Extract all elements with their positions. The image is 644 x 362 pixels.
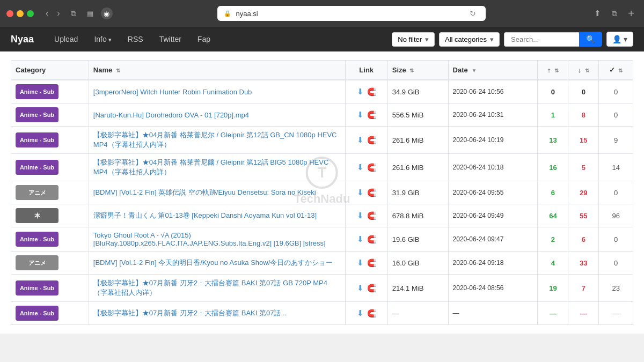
torrent-name-link[interactable]: 【极影字幕社】★07月新番 刃牙2：大擂台赛篇 BAKI 第07話... (93, 309, 287, 317)
col-leechers[interactable]: ↓ ⇅ (568, 61, 599, 80)
magnet-icon[interactable]: 🧲 (367, 309, 376, 317)
forward-button[interactable]: › (54, 8, 63, 19)
name-cell: [BDMV] [Vol.1-2 Fin] 英雄伝説 空の軌跡/Eiyuu Den… (89, 181, 345, 204)
download-icon[interactable]: ⬇ (357, 110, 364, 120)
traffic-lights (6, 10, 34, 17)
category-cell: Anime - Sub (11, 227, 89, 252)
magnet-icon[interactable]: 🧲 (367, 188, 376, 197)
fullscreen-button[interactable] (27, 10, 34, 17)
table-body: Anime - Sub [3mperorNero] Witch Hunter R… (11, 80, 633, 325)
brand-logo[interactable]: Nyaa (11, 34, 34, 45)
seeders-cell: 19 (538, 275, 568, 302)
size-sort-icon: ⇅ (409, 68, 414, 73)
name-cell: 【极影字幕社】★04月新番 格莱普尼爾 / Gleipnir 第12話 BIG5… (89, 154, 345, 181)
magnet-icon[interactable]: 🧲 (367, 284, 376, 292)
nav-twitter[interactable]: Twitter (152, 31, 189, 48)
date-cell: 2020-06-24 09:18 (448, 252, 538, 275)
rss-icon[interactable]: ▦ (84, 9, 97, 19)
search-input[interactable] (504, 32, 579, 47)
date-cell: — (448, 302, 538, 325)
download-icon[interactable]: ⬇ (357, 234, 364, 244)
back-button[interactable]: ‹ (42, 8, 52, 19)
size-cell: 261.6 MiB (387, 154, 448, 181)
seeders-cell: 2 (538, 227, 568, 252)
col-date[interactable]: Date ▼ (448, 61, 538, 80)
leechers-cell: 5 (568, 154, 599, 181)
magnet-icon[interactable]: 🧲 (367, 110, 376, 119)
magnet-icon[interactable]: 🧲 (367, 211, 376, 220)
link-cell: ⬇ 🧲 (345, 227, 387, 252)
download-icon[interactable]: ⬇ (357, 258, 364, 268)
torrent-name-link[interactable]: 【极影字幕社】★04月新番 格莱普尼尔 / Gleipnir 第12話 GB_C… (93, 131, 337, 149)
torrent-name-link[interactable]: [Naruto-Kun.Hu] Dorohedoro OVA - 01 [720… (93, 111, 249, 119)
table-row: Anime - Sub 【极影字幕社】★07月新番 刃牙2：大擂台赛篇 BAKI… (11, 302, 633, 325)
magnet-icon[interactable]: 🧲 (367, 163, 376, 172)
col-seeders[interactable]: ↑ ⇅ (538, 61, 568, 80)
name-cell: 【极影字幕社】★07月新番 刃牙2：大擂台赛篇 BAKI 第07話 GB 720… (89, 275, 345, 302)
download-icon[interactable]: ⬇ (357, 162, 364, 172)
reload-button[interactable]: ↻ (466, 8, 479, 19)
nav-rss[interactable]: RSS (120, 31, 151, 48)
magnet-icon[interactable]: 🧲 (367, 136, 376, 144)
leechers-sort-icon: ⇅ (585, 68, 589, 73)
date-cell: 2020-06-24 10:56 (448, 80, 538, 104)
tab-view-button[interactable]: ⧉ (68, 8, 79, 19)
completed-cell: 0 (599, 80, 633, 104)
address-bar[interactable]: 🔒 nyaa.si ↻ (217, 6, 486, 21)
download-icon[interactable]: ⬇ (357, 188, 364, 197)
new-tab-button[interactable]: + (625, 6, 638, 21)
nav-fap[interactable]: Fap (190, 31, 218, 48)
col-category: Category (11, 61, 89, 80)
torrent-name-link[interactable]: Tokyo Ghoul Root A - √A (2015) [BluRay.1… (93, 231, 326, 247)
date-cell: 2020-06-24 08:56 (448, 275, 538, 302)
share-button[interactable]: ⬆ (591, 8, 604, 19)
size-cell: — (387, 302, 448, 325)
search-button[interactable]: 🔍 (579, 32, 602, 47)
col-size[interactable]: Size ⇅ (387, 61, 448, 80)
category-cell: Anime - Sub (11, 275, 89, 302)
torrent-name-link[interactable]: 潔癖男子！青山くん 第01-13巻 [Keppeki Danshi Aoyama… (93, 211, 317, 219)
size-cell: 34.9 GiB (387, 80, 448, 104)
torrent-name-link[interactable]: [3mperorNero] Witch Hunter Robin Funimat… (93, 88, 252, 96)
window-button[interactable]: ⧉ (609, 8, 620, 19)
category-badge: アニメ (16, 185, 58, 200)
date-cell: 2020-06-24 09:55 (448, 181, 538, 204)
size-cell: 214.1 MiB (387, 275, 448, 302)
link-cell: ⬇ 🧲 (345, 181, 387, 204)
download-icon[interactable]: ⬇ (357, 135, 364, 145)
magnet-icon[interactable]: 🧲 (367, 258, 376, 267)
seeders-cell: 6 (538, 181, 568, 204)
download-icon[interactable]: ⬇ (357, 211, 364, 220)
minimize-button[interactable] (17, 10, 24, 17)
download-icon[interactable]: ⬇ (357, 308, 364, 318)
leechers-cell: 33 (568, 252, 599, 275)
col-completed[interactable]: ✓ ⇅ (599, 61, 633, 80)
browser-toolbar-right: ⬆ ⧉ + (591, 6, 638, 21)
completed-cell: 0 (599, 104, 633, 127)
nav-upload[interactable]: Upload (47, 31, 85, 48)
filter-dropdown[interactable]: No filter (392, 32, 435, 47)
download-icon[interactable]: ⬇ (357, 87, 364, 97)
torrent-name-link[interactable]: [BDMV] [Vol.1-2 Fin] 英雄伝説 空の軌跡/Eiyuu Den… (93, 188, 316, 196)
download-icon[interactable]: ⬇ (357, 283, 364, 293)
browser-chrome: ‹ › ⧉ ▦ ◉ 🔒 nyaa.si ↻ ⬆ ⧉ + (0, 0, 644, 27)
table-row: Anime - Sub 【极影字幕社】★04月新番 格莱普尼爾 / Gleipn… (11, 154, 633, 181)
stop-button[interactable]: ◉ (101, 8, 113, 19)
table-row: 本 潔癖男子！青山くん 第01-13巻 [Keppeki Danshi Aoya… (11, 204, 633, 227)
magnet-icon[interactable]: 🧲 (367, 235, 376, 243)
magnet-icon[interactable]: 🧲 (367, 87, 376, 96)
categories-dropdown[interactable]: All categories (439, 32, 500, 47)
table-row: Anime - Sub [3mperorNero] Witch Hunter R… (11, 80, 633, 104)
nav-info[interactable]: Info (86, 31, 119, 48)
completed-cell: 23 (599, 275, 633, 302)
date-cell: 2020-06-24 10:18 (448, 154, 538, 181)
close-button[interactable] (6, 10, 13, 17)
torrent-name-link[interactable]: [BDMV] [Vol.1-2 Fin] 今天的明日香/Kyou no Asuk… (93, 258, 333, 267)
col-name[interactable]: Name ⇅ (89, 61, 345, 80)
torrent-name-link[interactable]: 【极影字幕社】★07月新番 刃牙2：大擂台赛篇 BAKI 第07話 GB 720… (93, 279, 327, 297)
user-menu-button[interactable]: 👤 ▾ (606, 32, 633, 47)
date-cell: 2020-06-24 09:47 (448, 227, 538, 252)
torrent-name-link[interactable]: 【极影字幕社】★04月新番 格莱普尼爾 / Gleipnir 第12話 BIG5… (93, 158, 329, 176)
link-cell: ⬇ 🧲 (345, 204, 387, 227)
leechers-cell: — (568, 302, 599, 325)
